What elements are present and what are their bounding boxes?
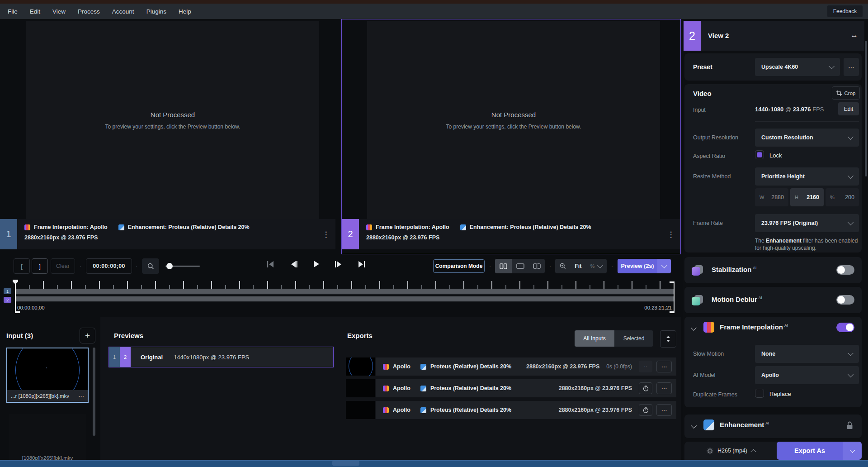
mark-out-button[interactable]: ] xyxy=(32,258,48,274)
percent-field[interactable]: % 200 xyxy=(826,188,859,206)
height-field[interactable]: H 2160 xyxy=(790,188,824,206)
input-width: 1440 xyxy=(755,106,768,113)
lock-label: Lock xyxy=(769,152,782,159)
timeline-track-1[interactable] xyxy=(15,289,675,295)
preset-dropdown[interactable]: Upscale 4K60 xyxy=(755,58,840,76)
export-row[interactable]: Apollo Proteus (Relative) Details 20% 28… xyxy=(346,357,676,376)
menu-plugins[interactable]: Plugins xyxy=(146,8,166,15)
replace-label: Replace xyxy=(769,391,791,397)
exports-section: Exports All Inputs Selected Apollo Prote… xyxy=(341,317,681,460)
export2-estimate-button[interactable] xyxy=(639,382,652,394)
status-strip-handle xyxy=(332,461,359,466)
crop-button[interactable]: Crop xyxy=(832,86,860,100)
input-clip-1[interactable]: ...r [1080p][x265][bk].mkv ⋯ xyxy=(6,348,89,403)
tab-selected[interactable]: Selected xyxy=(614,330,653,347)
previous-frame-button[interactable] xyxy=(290,261,298,270)
export2-thumbnail xyxy=(346,379,375,397)
export-row[interactable]: Apollo Proteus (Relative) Details 20% 28… xyxy=(346,401,676,419)
view-layout-segmented xyxy=(495,259,545,273)
layout-side-by-side-button[interactable] xyxy=(495,259,512,273)
enhancement-icon xyxy=(703,419,714,430)
menu-help[interactable]: Help xyxy=(179,8,191,15)
view2-canvas[interactable]: Not Processed To preview your settings, … xyxy=(367,21,660,219)
export1-more-button[interactable]: ⋯ xyxy=(656,361,672,372)
preview-row[interactable]: 1 2 Original 1440x1080px @ 23.976 FPS xyxy=(108,347,334,367)
preset-more-button[interactable]: ⋯ xyxy=(844,58,859,76)
expand-panel-icon[interactable]: ↔ xyxy=(850,31,858,40)
view2-number-tab[interactable]: 2 xyxy=(342,219,359,249)
frame-rate-dropdown[interactable]: 23.976 FPS (Original) xyxy=(755,214,859,232)
replace-checkbox[interactable] xyxy=(755,389,764,398)
next-frame-button[interactable] xyxy=(335,261,342,270)
side-by-side-icon xyxy=(500,263,507,269)
export1-estimate-button[interactable]: ·· xyxy=(639,361,652,372)
view2-kebab-menu-icon[interactable]: ⋮ xyxy=(666,229,676,239)
view1-kebab-menu-icon[interactable]: ⋮ xyxy=(321,229,331,239)
export-as-button[interactable]: Export As xyxy=(777,442,843,460)
stabilization-toggle[interactable] xyxy=(836,265,854,275)
feedback-button[interactable]: Feedback xyxy=(827,5,863,17)
add-input-button[interactable]: + xyxy=(80,328,95,343)
menu-file[interactable]: File xyxy=(8,8,18,15)
view1-number-tab[interactable]: 1 xyxy=(0,219,17,249)
slow-motion-dropdown[interactable]: None xyxy=(755,345,859,363)
canvas-zoom-control[interactable]: Fit % xyxy=(555,259,607,273)
timeline-track1-badge[interactable]: 1 xyxy=(4,288,11,294)
collapse-chevron-icon[interactable] xyxy=(691,423,697,429)
resize-method-dropdown[interactable]: Prioritize Height xyxy=(755,167,859,186)
ai-model-dropdown[interactable]: Apollo xyxy=(755,366,859,384)
sidebar-scrollbar[interactable] xyxy=(865,41,867,176)
preview-button[interactable]: Preview (2s) xyxy=(618,259,657,273)
timeline-track-2[interactable] xyxy=(15,296,675,302)
edit-input-button[interactable]: Edit xyxy=(838,102,859,115)
export2-more-button[interactable]: ⋯ xyxy=(656,382,672,394)
clip1-more-icon[interactable]: ⋯ xyxy=(78,393,84,400)
codec-selector[interactable]: H265 (mp4) xyxy=(688,442,774,460)
input-section-title: Input (3) xyxy=(6,332,33,339)
timeline-end-bracket[interactable] xyxy=(674,281,675,313)
layout-split-button[interactable] xyxy=(528,259,545,273)
view1-canvas[interactable]: Not Processed To preview your settings, … xyxy=(26,21,319,219)
sidebar-header: 2 View 2 ↔ xyxy=(684,21,864,51)
menu-account[interactable]: Account xyxy=(112,8,134,15)
collapse-chevron-icon[interactable] xyxy=(691,325,697,331)
input-list-scrollbar[interactable] xyxy=(93,348,95,436)
timeline-track2-badge[interactable]: 2 xyxy=(4,297,11,303)
timecode-input[interactable]: 00:00:00;00 xyxy=(86,258,132,274)
clear-button[interactable]: Clear xyxy=(51,258,75,274)
lock-icon xyxy=(846,421,853,429)
export3-more-button[interactable]: ⋯ xyxy=(656,404,672,416)
timeline-zoom-button[interactable] xyxy=(142,258,159,274)
export3-estimate-button[interactable] xyxy=(639,404,652,416)
note-bold: Enhancement xyxy=(766,238,802,244)
preview-options-button[interactable] xyxy=(657,259,671,273)
export3-resolution: 2880x2160px @ 23.976 FPS xyxy=(559,407,632,413)
frame-interpolation-toggle[interactable] xyxy=(836,323,854,332)
mark-in-button[interactable]: [ xyxy=(14,258,30,274)
width-field[interactable]: W 2880 xyxy=(755,188,788,206)
app-window: File Edit View Process Account Plugins H… xyxy=(0,0,868,467)
menu-edit[interactable]: Edit xyxy=(30,8,40,15)
input-clip-2[interactable]: [1080p][x265][bk].mkv xyxy=(9,414,86,462)
motion-deblur-toggle[interactable] xyxy=(836,295,854,305)
play-button[interactable] xyxy=(313,260,320,270)
preview-name: Original xyxy=(141,354,163,361)
export-options-button[interactable] xyxy=(843,442,862,460)
layout-single-button[interactable] xyxy=(512,259,528,273)
view1-info-bar: 1 Frame Interpolation: Apollo Enhancemen… xyxy=(0,219,335,249)
zoom-slider-thumb[interactable] xyxy=(166,263,173,269)
go-to-end-button[interactable] xyxy=(358,261,366,270)
exports-sort-button[interactable] xyxy=(660,330,676,348)
preset-card: Preset Upscale 4K60 ⋯ xyxy=(684,53,862,81)
output-resolution-dropdown[interactable]: Custom Resolution xyxy=(755,129,859,147)
tab-all-inputs[interactable]: All Inputs xyxy=(575,330,614,347)
view1-enh-label: Enhancement: Proteus (Relative) Details … xyxy=(128,224,250,230)
frame-interpolation-icon xyxy=(383,386,389,391)
aspect-lock-checkbox[interactable] xyxy=(755,150,764,159)
go-to-start-button[interactable] xyxy=(267,261,274,270)
comparison-mode-button[interactable]: Comparison Mode xyxy=(433,259,485,273)
menu-process[interactable]: Process xyxy=(78,8,100,15)
menu-view[interactable]: View xyxy=(52,8,66,15)
export-row[interactable]: Apollo Proteus (Relative) Details 20% 28… xyxy=(346,379,676,397)
frame-interpolation-icon xyxy=(383,407,389,413)
